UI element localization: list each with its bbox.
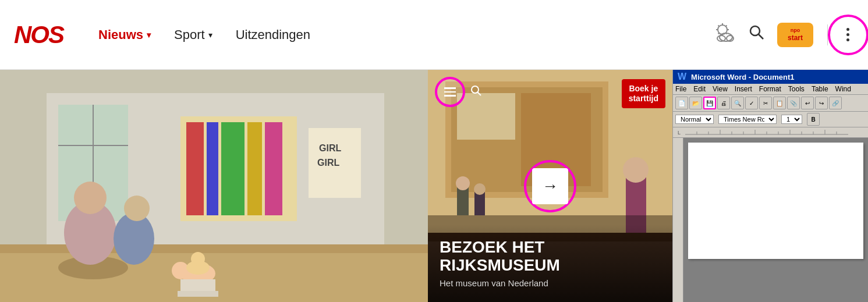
svg-point-43 (191, 252, 205, 266)
museum-subtitle: Het museum van Nederland (440, 278, 661, 288)
search-button[interactable] (746, 22, 768, 48)
nav-sport-label: Sport (174, 27, 205, 42)
svg-text:start: start (788, 34, 803, 42)
museum-overlay: BEZOEK HET RIJKSMUSEUM Het museum van Ne… (428, 225, 672, 302)
hamburger-menu-button[interactable] (435, 77, 465, 107)
ruler-label: L (678, 130, 681, 136)
svg-point-9 (720, 33, 732, 41)
npo-start-svg: npo start (782, 25, 809, 45)
svg-line-8 (718, 33, 720, 34)
word-menu-tools[interactable]: Tools (788, 85, 805, 93)
word-ruler: L (673, 127, 868, 138)
dot-2 (846, 33, 849, 36)
word-window: W Microsoft Word - Document1 File Edit V… (673, 70, 868, 302)
main-nav: Nieuws ▾ Sport ▾ Uitzendingen (87, 23, 710, 47)
toolbar-open[interactable]: 📂 (689, 97, 702, 109)
toolbar-spell[interactable]: ✓ (745, 97, 758, 109)
hline-1 (444, 87, 456, 89)
more-button[interactable] (842, 26, 854, 44)
museum-art-svg: GIRL GIRL (0, 70, 428, 302)
svg-line-5 (718, 26, 720, 27)
ruler-svg (685, 129, 848, 136)
search-svg (748, 24, 766, 41)
svg-rect-40 (180, 279, 215, 291)
svg-point-39 (172, 262, 189, 279)
svg-point-37 (124, 196, 150, 221)
toolbar-save[interactable]: 💾 (703, 97, 716, 109)
nav-item-nieuws[interactable]: Nieuws ▾ (87, 23, 162, 47)
toolbar-paste[interactable]: 📎 (787, 97, 800, 109)
svg-line-61 (477, 92, 481, 95)
word-menu-view[interactable]: View (713, 85, 728, 93)
svg-point-53 (474, 183, 486, 195)
svg-point-55 (623, 157, 649, 183)
middle-top-bar (435, 77, 483, 107)
toolbar-preview[interactable]: 🔍 (731, 97, 744, 109)
nav-item-uitzendingen[interactable]: Uitzendingen (224, 23, 322, 47)
svg-rect-50 (457, 186, 469, 215)
boek-line2: starttijd (629, 94, 658, 104)
svg-rect-23 (0, 244, 428, 253)
bold-button[interactable]: B (807, 113, 820, 126)
size-select[interactable]: 10 (781, 115, 802, 124)
svg-rect-29 (265, 122, 282, 215)
npo-start-button[interactable]: npo start (777, 23, 813, 47)
style-select[interactable]: Normal (675, 115, 714, 124)
word-menu-window[interactable]: Wind (835, 85, 851, 93)
svg-point-12 (750, 26, 760, 35)
ruler-scale (685, 129, 863, 137)
toolbar-cut[interactable]: ✂ (759, 97, 772, 109)
word-page[interactable] (688, 143, 863, 259)
arrow-next-button[interactable]: → (532, 168, 568, 204)
word-format-bar: Normal Times New Roman 10 B (673, 112, 868, 127)
right-panel: W Microsoft Word - Document1 File Edit V… (672, 70, 868, 302)
toolbar-undo[interactable]: ↩ (801, 97, 814, 109)
hline-3 (444, 95, 456, 97)
panel-search-button[interactable] (470, 84, 483, 100)
more-button-wrapper (842, 26, 854, 44)
nos-logo[interactable]: NOS (14, 21, 63, 49)
svg-line-13 (759, 34, 763, 39)
word-toolbar: 📄 📂 💾 🖨 🔍 ✓ ✂ 📋 📎 ↩ ↪ 🔗 (673, 95, 868, 112)
word-vertical-ruler (673, 138, 683, 302)
header: NOS Nieuws ▾ Sport ▾ Uitzendingen (0, 0, 868, 70)
content-area: GIRL GIRL (0, 70, 868, 302)
arrow-right-icon: → (542, 177, 558, 196)
toolbar-print[interactable]: 🖨 (717, 97, 730, 109)
boek-starttijd-button[interactable]: Boek je starttijd (622, 79, 665, 108)
svg-text:GIRL: GIRL (317, 158, 339, 168)
toolbar-copy[interactable]: 📋 (773, 97, 786, 109)
word-menu-bar: File Edit View Insert Format Tools Table… (673, 84, 868, 95)
panel-search-icon (470, 84, 483, 97)
svg-point-52 (456, 176, 470, 190)
word-menu-table[interactable]: Table (812, 85, 828, 93)
middle-panel-image: Boek je starttijd → BEZOEK HET RIJKSMUSE… (428, 70, 672, 302)
header-right: npo start (710, 22, 854, 48)
word-menu-format[interactable]: Format (759, 85, 781, 93)
word-menu-insert[interactable]: Insert (735, 85, 752, 93)
svg-rect-51 (474, 192, 485, 215)
svg-text:npo: npo (791, 27, 800, 33)
toolbar-redo[interactable]: ↪ (815, 97, 828, 109)
svg-text:GIRL: GIRL (319, 143, 341, 153)
nav-item-sport[interactable]: Sport ▾ (162, 23, 224, 47)
word-menu-edit[interactable]: Edit (693, 85, 706, 93)
left-panel: GIRL GIRL (0, 70, 428, 302)
svg-rect-26 (207, 122, 218, 215)
svg-rect-25 (186, 122, 204, 215)
word-menu-file[interactable]: File (675, 85, 686, 93)
arrow-button-wrapper: → (524, 160, 576, 212)
toolbar-new[interactable]: 📄 (675, 97, 688, 109)
toolbar-link[interactable]: 🔗 (829, 97, 842, 109)
middle-panel: Boek je starttijd → BEZOEK HET RIJKSMUSE… (428, 70, 672, 302)
weather-icon[interactable] (710, 22, 736, 47)
word-title: Microsoft Word - Document1 (691, 73, 794, 81)
header-divider (827, 24, 828, 45)
word-content-area (673, 138, 868, 302)
nav-nieuws-label: Nieuws (98, 27, 143, 42)
sport-chevron-icon: ▾ (208, 30, 212, 40)
svg-line-7 (726, 26, 727, 27)
pink-circle-arrow-annotation: → (524, 160, 576, 212)
font-select[interactable]: Times New Roman (718, 115, 777, 124)
hamburger-icon (444, 87, 456, 97)
